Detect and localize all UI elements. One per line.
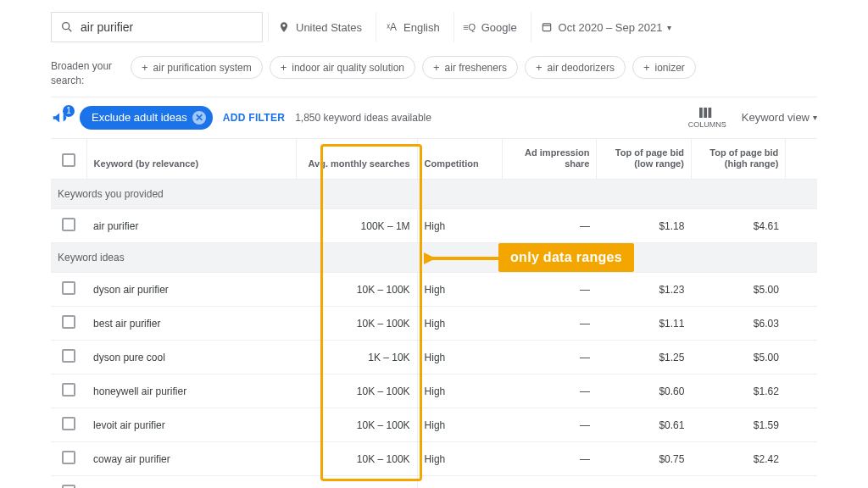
col-competition[interactable]: Competition — [417, 139, 502, 180]
cell-keyword: best air purifier — [86, 307, 297, 341]
results-toolbar: 1 Exclude adult ideas ✕ ADD FILTER 1,850… — [51, 97, 817, 139]
cell-low: $1.11 — [597, 307, 691, 341]
checkbox[interactable] — [62, 383, 75, 396]
cell-imp: — — [503, 408, 597, 442]
top-filter-bar: United States ᵡA English ≡Q Google Oct 2… — [51, 0, 817, 51]
checkbox[interactable] — [62, 349, 75, 363]
svg-rect-2 — [542, 24, 550, 31]
row-checkbox-cell[interactable] — [51, 408, 86, 442]
cell-keyword: levoit air purifier — [86, 408, 297, 442]
cell-high: $1.62 — [691, 374, 785, 408]
cell-comp: High — [417, 341, 502, 374]
col-keyword[interactable]: Keyword (by relevance) — [86, 139, 297, 180]
plus-icon: + — [433, 61, 440, 74]
cell-imp: — — [503, 273, 597, 307]
broaden-chip[interactable]: +ionizer — [632, 56, 696, 79]
table-row[interactable]: dyson air purifier10K – 100KHigh—$1.23$5… — [51, 273, 817, 307]
cell-avg: 10K – 100K — [297, 442, 417, 476]
row-checkbox-cell[interactable] — [51, 273, 86, 307]
svg-point-0 — [63, 23, 70, 30]
cell-spacer — [786, 374, 817, 408]
cell-imp: — — [503, 374, 597, 408]
col-spacer — [786, 139, 817, 180]
cell-spacer — [786, 408, 817, 442]
cell-keyword: air purifier — [86, 209, 297, 243]
cell-high: $6.03 — [691, 307, 785, 341]
language-filter[interactable]: ᵡA English — [376, 12, 448, 42]
announcement-icon[interactable]: 1 — [51, 108, 70, 127]
checkbox[interactable] — [62, 281, 75, 295]
checkbox[interactable] — [62, 218, 75, 231]
location-icon — [277, 20, 291, 34]
cell-high: $2.25 — [691, 476, 785, 488]
svg-rect-5 — [704, 108, 708, 118]
cell-low: $0.69 — [597, 476, 691, 488]
exclude-adult-filter[interactable]: Exclude adult ideas ✕ — [80, 106, 213, 130]
table-row[interactable]: dyson pure cool1K – 10KHigh—$1.25$5.00 — [51, 341, 817, 374]
broaden-chip[interactable]: +air deodorizers — [525, 56, 626, 79]
table-row[interactable]: levoit air purifier10K – 100KHigh—$0.61$… — [51, 408, 817, 442]
row-checkbox-cell[interactable] — [51, 442, 86, 476]
cell-spacer — [786, 341, 817, 374]
checkbox[interactable] — [62, 153, 75, 167]
cell-comp: High — [417, 273, 502, 307]
cell-high: $2.42 — [691, 442, 785, 476]
table-row[interactable]: honeywell air purifier10K – 100KHigh—$0.… — [51, 374, 817, 408]
cell-low: $0.60 — [597, 374, 691, 408]
table-row[interactable]: air purifier100K – 1MHigh—$1.18$4.61 — [51, 209, 817, 243]
location-filter[interactable]: United States — [268, 12, 370, 42]
broaden-chip[interactable]: +air purification system — [131, 56, 263, 79]
svg-line-1 — [69, 29, 71, 31]
cell-comp: High — [417, 476, 502, 488]
col-bid-high[interactable]: Top of page bid (high range) — [691, 139, 785, 180]
row-checkbox-cell[interactable] — [51, 341, 86, 374]
broaden-chip[interactable]: +air fresheners — [422, 56, 518, 79]
row-checkbox-cell[interactable] — [51, 209, 86, 243]
row-checkbox-cell[interactable] — [51, 374, 86, 408]
keyword-view-dropdown[interactable]: Keyword view ▾ — [742, 111, 817, 124]
table-row[interactable]: best air purifier10K – 100KHigh—$1.11$6.… — [51, 307, 817, 341]
search-input[interactable] — [81, 20, 253, 34]
cell-high: $1.59 — [691, 408, 785, 442]
cell-comp: High — [417, 408, 502, 442]
checkbox[interactable] — [62, 485, 75, 488]
announcement-badge: 1 — [63, 105, 75, 117]
select-all-header[interactable] — [51, 139, 86, 180]
checkbox[interactable] — [62, 315, 75, 329]
columns-button[interactable]: COLUMNS — [688, 107, 726, 129]
cell-keyword: blue air purifier — [86, 476, 297, 488]
cell-high: $4.61 — [691, 209, 785, 243]
cell-low: $0.61 — [597, 408, 691, 442]
chip-label: air purification system — [153, 62, 252, 74]
cell-low: $1.25 — [597, 341, 691, 374]
network-filter[interactable]: ≡Q Google — [453, 12, 526, 42]
search-input-wrap[interactable] — [51, 12, 263, 42]
row-checkbox-cell[interactable] — [51, 476, 86, 488]
section-label: Keywords you provided — [51, 180, 817, 209]
plus-icon: + — [281, 61, 287, 74]
cell-imp: — — [503, 476, 597, 488]
cell-comp: High — [417, 209, 502, 243]
close-icon[interactable]: ✕ — [192, 111, 206, 125]
checkbox[interactable] — [62, 451, 75, 464]
cell-avg: 10K – 100K — [297, 273, 417, 307]
col-avg-searches[interactable]: Avg. monthly searches — [297, 139, 417, 180]
col-bid-low[interactable]: Top of page bid (low range) — [597, 139, 691, 180]
checkbox[interactable] — [62, 417, 75, 430]
broaden-label: Broaden your search: — [51, 56, 119, 88]
network-text: Google — [481, 21, 517, 34]
cell-low: $1.18 — [597, 209, 691, 243]
cell-avg: 10K – 100K — [297, 476, 417, 488]
exclude-label: Exclude adult ideas — [92, 111, 187, 124]
broaden-chip[interactable]: +indoor air quality solution — [270, 56, 415, 79]
language-icon: ᵡA — [385, 20, 398, 34]
cell-avg: 1K – 10K — [297, 341, 417, 374]
keyword-table: Keyword (by relevance) Avg. monthly sear… — [51, 139, 817, 488]
add-filter-button[interactable]: ADD FILTER — [223, 112, 285, 124]
row-checkbox-cell[interactable] — [51, 307, 86, 341]
table-row[interactable]: blue air purifier10K – 100KHigh—$0.69$2.… — [51, 476, 817, 488]
table-row[interactable]: coway air purifier10K – 100KHigh—$0.75$2… — [51, 442, 817, 476]
section-label: Keyword ideas — [51, 243, 817, 273]
date-filter[interactable]: Oct 2020 – Sep 2021 ▾ — [531, 12, 681, 42]
col-impression-share[interactable]: Ad impression share — [503, 139, 597, 180]
